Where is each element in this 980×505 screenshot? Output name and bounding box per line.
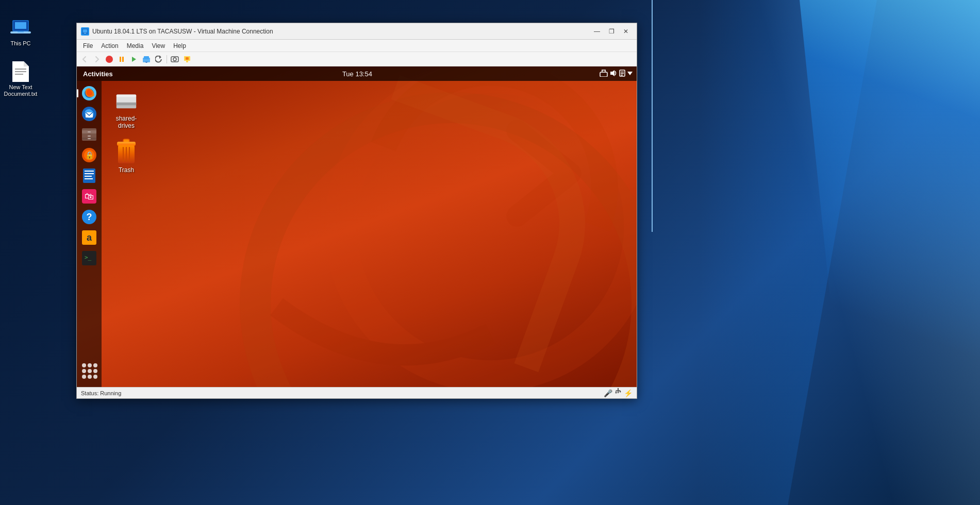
svg-text:🔒: 🔒 (85, 151, 94, 160)
vm-menu-media[interactable]: Media (123, 41, 148, 50)
toolbar-screenshot-button[interactable] (169, 54, 180, 65)
toolbar-save-state-button[interactable] (141, 54, 152, 65)
toolbar-forward-button[interactable] (91, 54, 103, 65)
toolbar-stop-button[interactable] (104, 54, 115, 65)
dropdown-arrow-svg (627, 72, 633, 76)
svg-text:🛍: 🛍 (85, 191, 94, 201)
this-pc-image (10, 18, 31, 38)
vm-restore-button[interactable]: ❐ (605, 26, 618, 37)
email-icon (81, 106, 97, 122)
vm-microphone-icon: 🎤 (604, 389, 612, 397)
dock-terminal[interactable]: >_ (80, 249, 98, 267)
this-pc-icon[interactable]: This PC (8, 15, 33, 49)
software-center-icon: 🛍 (81, 188, 97, 205)
trash-svg (115, 139, 138, 165)
svg-text:a: a (87, 232, 92, 243)
svg-rect-2 (15, 22, 26, 29)
vm-close-button[interactable]: ✕ (619, 26, 633, 37)
ubuntu-dropdown-icon[interactable] (627, 70, 633, 77)
vm-menu-help[interactable]: Help (169, 41, 190, 50)
svg-marker-35 (627, 72, 633, 75)
toolbar-settings-button[interactable] (181, 54, 193, 65)
svg-rect-4 (18, 31, 24, 32)
svg-text:?: ? (87, 212, 92, 222)
svg-rect-45 (88, 136, 91, 137)
dock-help[interactable]: ? (80, 208, 98, 226)
vm-window: Ubuntu 18.04.1 LTS on TACASUSW - Virtual… (76, 23, 637, 399)
shared-drives-svg (114, 89, 139, 112)
vm-menu-file[interactable]: File (79, 41, 97, 50)
toolbar-play-button[interactable] (128, 54, 140, 65)
dock-amazon[interactable]: a (80, 228, 98, 247)
dock-email[interactable] (80, 105, 98, 123)
show-apps-button[interactable] (80, 361, 98, 382)
new-text-doc-label: New Text Document.txt (4, 84, 38, 97)
svg-rect-32 (621, 72, 624, 73)
volume-svg (610, 70, 617, 77)
usb-icon (183, 56, 191, 63)
ubuntu-volume-icon[interactable] (610, 70, 617, 78)
ubuntu-bg-pattern (77, 66, 637, 387)
dock-writer[interactable] (80, 166, 98, 185)
svg-rect-52 (85, 173, 94, 174)
ubuntu-doc-icon[interactable] (619, 70, 625, 78)
svg-rect-44 (88, 131, 91, 132)
help-icon: ? (81, 209, 97, 225)
vm-menu-action[interactable]: Action (97, 41, 122, 50)
svg-rect-26 (600, 72, 607, 77)
stop-icon (106, 56, 113, 63)
vm-status-icons: 🎤 ⚡ (604, 388, 633, 398)
grid-dot-5 (88, 369, 92, 373)
svg-point-78 (620, 391, 621, 393)
svg-rect-66 (117, 103, 136, 106)
vm-titlebar-icon (81, 27, 89, 36)
dock-privacy[interactable]: 🔒 (80, 146, 98, 164)
toolbar-revert-button[interactable] (153, 54, 164, 65)
svg-rect-54 (85, 178, 93, 179)
toolbar-back-button[interactable] (79, 54, 90, 65)
light-beam-2 (671, 0, 980, 505)
revert-icon (155, 56, 162, 63)
svg-rect-14 (122, 57, 124, 62)
svg-marker-30 (610, 70, 614, 76)
ubuntu-dock: 🔒 (77, 81, 102, 387)
ubuntu-shared-drives-icon[interactable]: shared-drives (106, 85, 147, 132)
ubuntu-trash-icon[interactable]: Trash (106, 137, 147, 177)
svg-marker-15 (132, 57, 136, 62)
toolbar-pause-button[interactable] (116, 54, 127, 65)
ubuntu-desktop: Activities Tue 13:54 (77, 66, 637, 387)
grid-dot-8 (88, 375, 92, 379)
grid-dot-7 (82, 375, 86, 379)
svg-rect-46 (88, 138, 91, 139)
ubuntu-network-icon[interactable] (600, 70, 608, 78)
svg-rect-12 (84, 33, 86, 33)
ubuntu-bg-svg (77, 66, 637, 387)
svg-rect-68 (117, 142, 136, 146)
svg-rect-34 (621, 75, 623, 76)
save-state-icon (142, 56, 151, 63)
vm-battery-icon: ⚡ (624, 389, 633, 397)
privacy-icon: 🔒 (81, 147, 97, 163)
ubuntu-activities-button[interactable]: Activities (77, 70, 119, 78)
svg-point-77 (616, 392, 617, 394)
this-pc-label: This PC (10, 40, 30, 47)
toolbar-separator-1 (167, 55, 167, 63)
grid-dot-1 (82, 363, 86, 367)
dock-firefox[interactable] (80, 84, 98, 103)
dock-software[interactable]: 🛍 (80, 187, 98, 206)
svg-rect-24 (186, 61, 188, 62)
vm-minimize-button[interactable]: — (590, 26, 604, 37)
laptop-svg (10, 19, 31, 37)
usb-status-svg (614, 388, 622, 396)
vm-menu-view[interactable]: View (147, 41, 169, 50)
svg-rect-51 (85, 171, 94, 172)
svg-rect-9 (15, 74, 23, 75)
svg-rect-33 (621, 73, 624, 74)
files-drawer-icon (81, 126, 97, 143)
svg-rect-23 (186, 57, 189, 60)
svg-text:>_: >_ (85, 254, 92, 261)
writer-icon (81, 167, 97, 184)
dock-files[interactable] (80, 125, 98, 144)
new-text-doc-icon[interactable]: New Text Document.txt (2, 59, 40, 99)
amazon-icon: a (81, 229, 97, 246)
